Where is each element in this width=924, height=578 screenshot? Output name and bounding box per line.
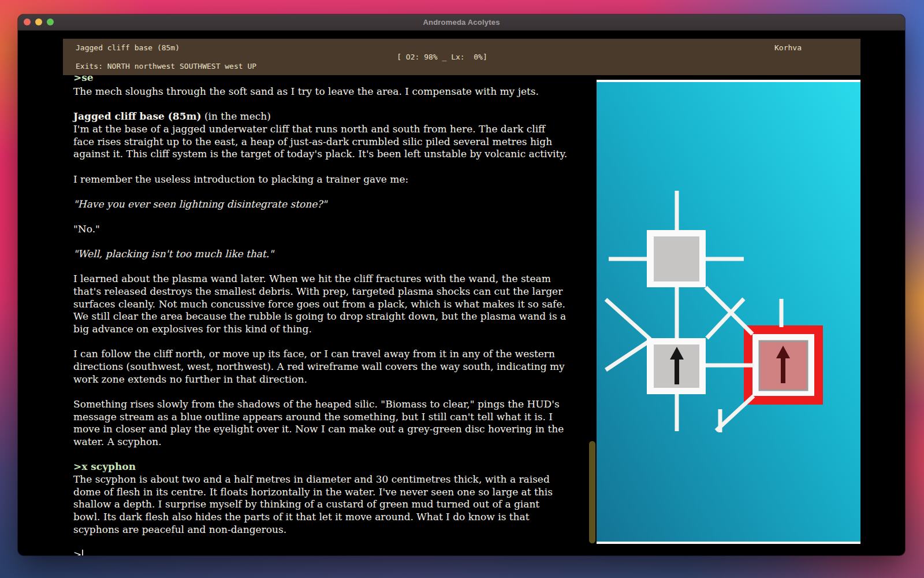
command-echo: >se <box>73 76 569 85</box>
status-character: Korhva <box>774 43 802 52</box>
map-top-border <box>597 80 860 82</box>
story-paragraph: The scyphon is about two and a half metr… <box>73 473 569 536</box>
area-map <box>597 80 860 544</box>
room-title: Jagged cliff base (85m) <box>73 110 202 122</box>
text-scrollbar-thumb[interactable] <box>589 441 595 543</box>
story-paragraph: I learned about the plasma wand later. W… <box>73 273 569 336</box>
story-text-window[interactable]: >se The mech sloughs through the soft sa… <box>73 76 569 555</box>
map-panel <box>597 80 860 544</box>
map-node-highlighted[interactable] <box>759 341 807 390</box>
status-exits: Exits: NORTH northwest SOUTHWEST west UP <box>76 62 256 71</box>
prompt-character: > <box>73 549 81 555</box>
command-echo: >x scyphon <box>73 461 569 473</box>
story-paragraph: "No." <box>73 223 569 236</box>
story-paragraph: Something rises slowly from the shadows … <box>73 398 569 449</box>
story-paragraph-quote: "Have you ever seen lightning disintegra… <box>73 198 569 211</box>
text-cursor <box>82 550 83 555</box>
command-input-line[interactable]: > <box>73 549 569 555</box>
map-bottom-border <box>597 542 860 544</box>
story-paragraph: I'm at the base of a jagged underwater c… <box>73 123 569 161</box>
room-title-line: Jagged cliff base (85m) (in the mech) <box>73 110 569 123</box>
story-paragraph: The mech sloughs through the soft sand a… <box>73 86 569 98</box>
story-paragraph: I can follow the cliff north, or move up… <box>73 348 569 386</box>
room-title-suffix: (in the mech) <box>202 110 271 122</box>
window-titlebar[interactable]: Andromeda Acolytes <box>18 14 905 31</box>
status-vitals: [ O2: 98% _ Lx: 0%] <box>397 53 487 61</box>
status-bar: Jagged cliff base (85m) Korhva [ O2: 98%… <box>63 39 860 75</box>
app-window: Andromeda Acolytes Jagged cliff base (85… <box>18 14 905 555</box>
map-node-north[interactable] <box>647 230 706 287</box>
story-paragraph: I remember the useless introduction to p… <box>73 173 569 186</box>
window-title: Andromeda Acolytes <box>18 14 905 30</box>
story-paragraph-quote: "Well, placking isn't too much like that… <box>73 248 569 261</box>
status-location: Jagged cliff base (85m) <box>76 43 180 52</box>
map-node-current[interactable] <box>647 338 706 394</box>
